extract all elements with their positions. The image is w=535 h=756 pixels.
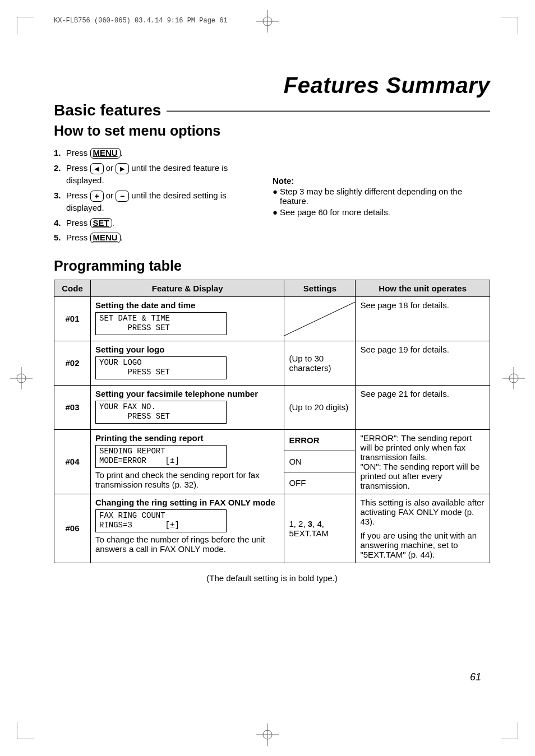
table-row: #02 Setting your logo YOUR LOGO PRESS SE…	[54, 341, 490, 385]
settings-cell	[284, 296, 356, 341]
step-4: 4. Press SET.	[54, 217, 261, 230]
feature-label: Setting the date and time	[95, 300, 279, 310]
table-row: #01 Setting the date and time SET DATE &…	[54, 296, 490, 341]
registration-mark-icon	[256, 723, 279, 746]
page-title: Features Summary	[54, 73, 490, 98]
settings-cell: ON	[284, 451, 356, 472]
steps-list: 1. Press MENU. 2. Press ◄ or ► until the…	[54, 147, 261, 244]
svg-line-12	[284, 302, 355, 336]
note-heading: Note:	[273, 176, 490, 185]
step-5: 5. Press MENU.	[54, 231, 261, 244]
feature-label: Printing the sending report	[95, 433, 279, 443]
note-bullet-2: ●See page 60 for more details.	[273, 207, 490, 217]
section-heading-text: Basic features	[54, 101, 161, 119]
programming-table: Code Feature & Display Settings How the …	[54, 280, 490, 563]
crop-mark	[501, 17, 518, 34]
subheading-how-to-set: How to set menu options	[54, 123, 490, 139]
registration-mark-icon	[502, 367, 525, 389]
feature-description: To print and check the sending report fo…	[95, 470, 279, 489]
col-feature: Feature & Display	[91, 280, 284, 296]
settings-cell: 1, 2, 3, 4, 5EXT.TAM	[284, 494, 356, 563]
menu-button: MENU	[90, 148, 121, 159]
col-operates: How the unit operates	[356, 280, 490, 296]
table-row: #03 Setting your facsimile telephone num…	[54, 385, 490, 429]
operates-cell: See page 19 for details.	[356, 341, 490, 385]
lcd-display: YOUR LOGO PRESS SET	[95, 356, 227, 379]
code-cell: #06	[54, 494, 91, 563]
settings-cell: (Up to 20 digits)	[284, 385, 356, 429]
operates-cell: See page 21 for details.	[356, 385, 490, 429]
registration-mark-icon	[256, 10, 279, 33]
default-setting-note: (The default setting is in bold type.)	[54, 573, 490, 583]
table-row: #04 Printing the sending report SENDING …	[54, 429, 490, 451]
page-number: 61	[470, 671, 481, 683]
step-3: 3. Press + or − until the desired settin…	[54, 189, 261, 215]
feature-cell: Setting the date and time SET DATE & TIM…	[91, 296, 284, 341]
lcd-display: YOUR FAX NO. PRESS SET	[95, 401, 227, 424]
settings-cell: OFF	[284, 472, 356, 494]
code-cell: #04	[54, 429, 91, 494]
feature-cell: Printing the sending report SENDING REPO…	[91, 429, 284, 494]
registration-mark-icon	[10, 367, 33, 389]
feature-cell: Setting your logo YOUR LOGO PRESS SET	[91, 341, 284, 385]
step-1: 1. Press MENU.	[54, 147, 261, 160]
code-cell: #02	[54, 341, 91, 385]
table-row: #06 Changing the ring setting in FAX ONL…	[54, 494, 490, 563]
operates-cell: "ERROR": The sending report will be prin…	[356, 429, 490, 494]
feature-description: To change the number of rings before the…	[95, 535, 279, 554]
section-heading: Basic features	[54, 101, 490, 119]
crop-mark	[17, 722, 34, 739]
lcd-display: SENDING REPORT MODE=ERROR [±]	[95, 445, 227, 468]
heading-rule	[167, 110, 490, 112]
crop-mark	[17, 17, 34, 34]
note-bullet-1: ●Step 3 may be slightly different depend…	[273, 187, 490, 206]
operates-cell: See page 18 for details.	[356, 296, 490, 341]
doc-meta-header: KX-FLB756 (060-065) 03.4.14 9:16 PM Page…	[54, 17, 228, 25]
operates-cell: This setting is also available after act…	[356, 494, 490, 563]
plus-icon: +	[90, 191, 104, 202]
code-cell: #01	[54, 296, 91, 341]
feature-label: Setting your facsimile telephone number	[95, 389, 279, 398]
lcd-display: FAX RING COUNT RINGS=3 [±]	[95, 509, 227, 532]
code-cell: #03	[54, 385, 91, 429]
minus-icon: −	[116, 191, 129, 202]
feature-cell: Changing the ring setting in FAX ONLY mo…	[91, 494, 284, 563]
settings-cell: (Up to 30 characters)	[284, 341, 356, 385]
feature-cell: Setting your facsimile telephone number …	[91, 385, 284, 429]
lcd-display: SET DATE & TIME PRESS SET	[95, 312, 227, 335]
menu-button: MENU	[90, 233, 121, 243]
col-settings: Settings	[284, 280, 356, 296]
step-2: 2. Press ◄ or ► until the desired featur…	[54, 162, 261, 187]
programming-table-heading: Programming table	[54, 258, 490, 274]
settings-cell: ERROR	[284, 429, 356, 451]
crop-mark	[501, 722, 518, 739]
feature-label: Setting your logo	[95, 345, 279, 354]
left-arrow-icon: ◄	[90, 163, 104, 174]
right-arrow-icon: ►	[116, 163, 129, 174]
col-code: Code	[54, 280, 91, 296]
set-button: SET	[90, 218, 112, 229]
feature-label: Changing the ring setting in FAX ONLY mo…	[95, 498, 279, 507]
table-header-row: Code Feature & Display Settings How the …	[54, 280, 490, 296]
no-setting-diagonal	[284, 302, 355, 336]
